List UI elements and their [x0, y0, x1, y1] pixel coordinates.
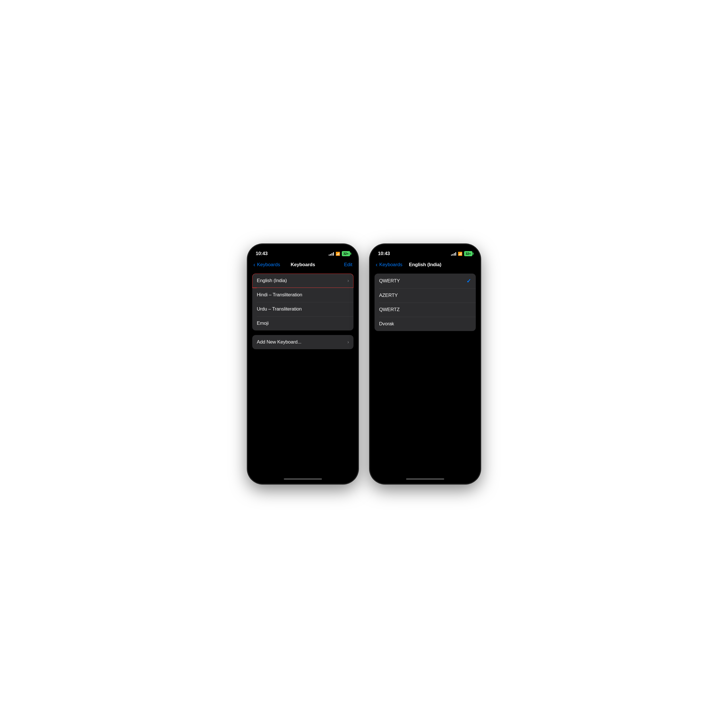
- content-2: QWERTY ✓ AZERTY QWERTZ Dvorak: [370, 271, 480, 474]
- keyboard-item-emoji[interactable]: Emoji: [252, 316, 353, 330]
- home-bar-2: [406, 478, 444, 480]
- phone-2: 10:43 📶 32+ ‹ Keyboards English (India) …: [370, 244, 480, 484]
- chevron-icon-add: ›: [347, 340, 349, 345]
- layout-list: QWERTY ✓ AZERTY QWERTZ Dvorak: [375, 274, 476, 331]
- status-icons-1: 📶 32+: [329, 251, 350, 256]
- content-1: English (India) › Hindi – Transliteratio…: [248, 271, 358, 474]
- layout-qwerty-label: QWERTY: [379, 278, 466, 284]
- signal-icon-2: [451, 252, 456, 255]
- home-indicator-2: [370, 474, 480, 484]
- layout-azerty-label: AZERTY: [379, 293, 471, 298]
- keyboard-list: English (India) › Hindi – Transliteratio…: [252, 274, 353, 330]
- home-indicator-1: [248, 474, 358, 484]
- keyboard-item-hindi[interactable]: Hindi – Transliteration: [252, 288, 353, 302]
- add-keyboard-button[interactable]: Add New Keyboard... ›: [252, 335, 353, 349]
- page-title-1: Keyboards: [282, 262, 324, 268]
- keyboard-item-english-india[interactable]: English (India) ›: [252, 274, 353, 288]
- layout-qwertz-label: QWERTZ: [379, 307, 471, 312]
- status-time-1: 10:43: [255, 251, 268, 257]
- battery-icon-1: 32+: [342, 251, 350, 256]
- nav-bar-2: ‹ Keyboards English (India): [370, 259, 480, 271]
- layout-item-azerty[interactable]: AZERTY: [375, 288, 476, 303]
- add-keyboard-label: Add New Keyboard...: [257, 339, 347, 345]
- keyboard-item-urdu[interactable]: Urdu – Transliteration: [252, 302, 353, 316]
- layout-item-qwertz[interactable]: QWERTZ: [375, 303, 476, 317]
- keyboard-item-urdu-label: Urdu – Transliteration: [257, 306, 349, 312]
- back-chevron-2: ‹: [376, 262, 378, 268]
- layout-item-dvorak[interactable]: Dvorak: [375, 317, 476, 331]
- check-icon-qwerty: ✓: [466, 278, 471, 284]
- battery-icon-2: 32+: [464, 251, 473, 256]
- layout-item-qwerty[interactable]: QWERTY ✓: [375, 274, 476, 288]
- home-bar-1: [284, 478, 322, 480]
- wifi-icon-1: 📶: [336, 252, 340, 256]
- back-button-1[interactable]: ‹ Keyboards: [253, 262, 282, 268]
- layout-dvorak-label: Dvorak: [379, 321, 471, 327]
- keyboard-item-english-india-label: English (India): [257, 278, 347, 283]
- edit-button-1[interactable]: Edit: [324, 262, 352, 268]
- status-icons-2: 📶 32+: [451, 251, 473, 256]
- phone-1: 10:43 📶 32+ ‹ Keyboards Keyboards Edit E…: [248, 244, 358, 484]
- back-label-1: Keyboards: [257, 262, 280, 268]
- back-chevron-1: ‹: [253, 262, 255, 268]
- signal-icon-1: [329, 252, 334, 255]
- back-button-2[interactable]: ‹ Keyboards: [376, 262, 404, 268]
- keyboard-item-hindi-label: Hindi – Transliteration: [257, 292, 349, 298]
- add-keyboard-group: Add New Keyboard... ›: [252, 335, 353, 349]
- page-title-2: English (India): [404, 262, 446, 268]
- status-bar-1: 10:43 📶 32+: [248, 244, 358, 259]
- back-label-2: Keyboards: [379, 262, 402, 268]
- status-time-2: 10:43: [378, 251, 390, 257]
- nav-bar-1: ‹ Keyboards Keyboards Edit: [248, 259, 358, 271]
- status-bar-2: 10:43 📶 32+: [370, 244, 480, 259]
- wifi-icon-2: 📶: [458, 252, 462, 256]
- chevron-icon-english-india: ›: [347, 278, 349, 283]
- keyboard-item-emoji-label: Emoji: [257, 321, 349, 326]
